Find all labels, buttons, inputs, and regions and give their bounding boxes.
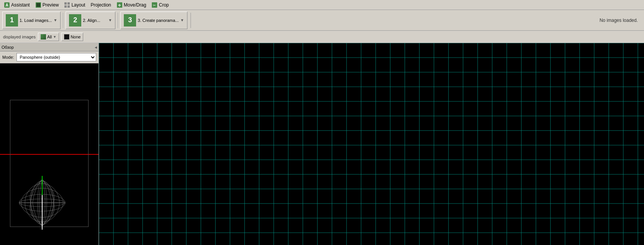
menu-item-preview[interactable]: Preview	[33, 1, 61, 9]
mode-select[interactable]: Panosphere (outside) Panosphere (inside)…	[16, 53, 96, 61]
images-bar: displayed images All ▼ None	[0, 31, 644, 43]
menu-item-movedrag[interactable]: ✥ Move/Drag	[114, 1, 149, 9]
movedrag-icon: ✥	[117, 2, 123, 8]
preview-icon	[35, 2, 41, 8]
right-viewport[interactable]	[99, 43, 644, 245]
align-button[interactable]: 2 2. Align... ▼	[66, 12, 115, 29]
preview-canvas	[0, 63, 99, 245]
step3-number: 3	[124, 14, 136, 26]
step1-label: 1. Load images...	[20, 18, 52, 23]
globe-svg	[12, 172, 73, 233]
main-content: Обзор ◂ Mode: Panosphere (outside) Panos…	[0, 43, 644, 245]
step3-arrow: ▼	[180, 18, 184, 22]
all-button[interactable]: All ▼	[38, 33, 59, 41]
svg-rect-5	[67, 2, 70, 5]
toolbar-divider-2	[118, 13, 118, 28]
globe-container	[12, 172, 73, 233]
crop-icon: ✂	[151, 2, 158, 8]
all-label: All	[47, 35, 52, 39]
menu-movedrag-label: Move/Drag	[124, 2, 146, 8]
menu-assistant-label: Assistant	[11, 2, 30, 8]
grid-canvas	[99, 43, 644, 245]
menu-item-layout[interactable]: Layout	[62, 1, 87, 9]
panel-title: Обзор	[2, 45, 14, 50]
toolbar: 1 1. Load images... ▼ 2 2. Align... ▼ 3 …	[0, 10, 644, 31]
assistant-icon: A	[4, 2, 10, 8]
none-label: None	[71, 35, 80, 39]
mode-row: Mode: Panosphere (outside) Panosphere (i…	[0, 51, 99, 63]
step2-number: 2	[69, 14, 81, 26]
step1-arrow: ▼	[53, 18, 57, 22]
toolbar-status: No images loaded.	[600, 18, 642, 23]
left-panel: Обзор ◂ Mode: Panosphere (outside) Panos…	[0, 43, 99, 245]
menu-item-projection[interactable]: Projection	[88, 2, 113, 8]
svg-rect-3	[36, 3, 40, 7]
step2-label: 2. Align...	[83, 18, 100, 23]
svg-text:A: A	[5, 3, 8, 7]
menu-item-assistant[interactable]: A Assistant	[2, 1, 32, 9]
svg-text:✂: ✂	[153, 3, 156, 7]
svg-rect-7	[67, 5, 70, 8]
none-icon	[64, 34, 69, 40]
mode-label: Mode:	[2, 55, 14, 60]
panel-header: Обзор ◂	[0, 43, 99, 51]
panel-pin-button[interactable]: ◂	[95, 45, 97, 50]
menu-bar: A Assistant Preview Layout Projection ✥ …	[0, 0, 644, 10]
none-button[interactable]: None	[61, 33, 83, 41]
menu-projection-label: Projection	[90, 2, 111, 8]
create-panorama-button[interactable]: 3 3. Create panorama... ▼	[120, 12, 187, 29]
svg-rect-6	[64, 5, 67, 8]
step1-number: 1	[6, 14, 18, 26]
menu-crop-label: Crop	[159, 2, 169, 8]
layout-icon	[64, 2, 70, 8]
menu-preview-label: Preview	[43, 2, 59, 8]
all-arrow: ▼	[53, 35, 56, 39]
toolbar-divider-1	[63, 13, 63, 28]
svg-rect-4	[64, 2, 67, 5]
menu-layout-label: Layout	[71, 2, 85, 8]
svg-text:✥: ✥	[118, 3, 121, 7]
all-icon	[41, 34, 46, 40]
menu-item-crop[interactable]: ✂ Crop	[149, 1, 171, 9]
toolbar-main-separator	[191, 13, 191, 28]
step2-arrow: ▼	[108, 18, 112, 22]
step3-label: 3. Create panorama...	[138, 18, 179, 23]
images-bar-label: displayed images	[3, 35, 36, 39]
load-images-button[interactable]: 1 1. Load images... ▼	[2, 12, 61, 29]
